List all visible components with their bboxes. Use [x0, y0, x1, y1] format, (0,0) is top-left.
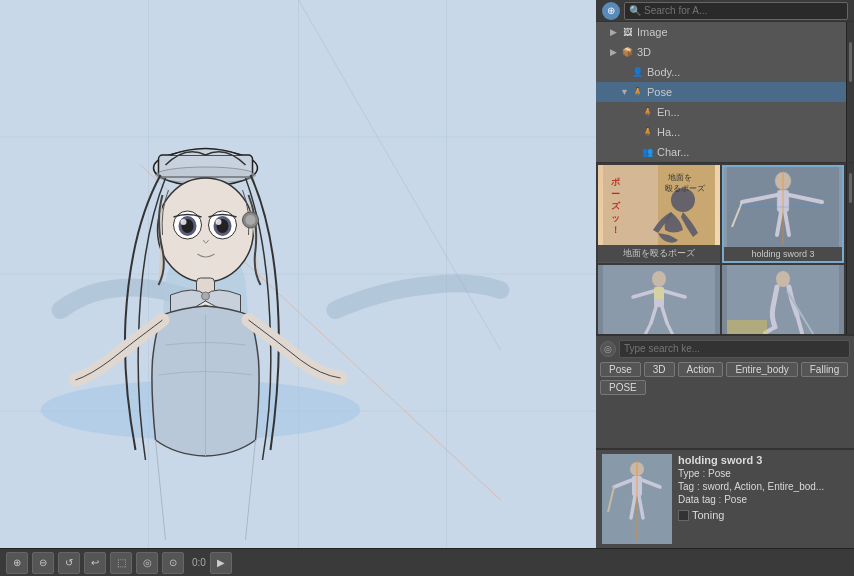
thumb-img-1: ポ ー ズ ッ ！ 地面を 殴るポーズ	[598, 165, 720, 245]
asset-browser-header: ⊕ 🔍	[596, 0, 854, 22]
svg-point-27	[202, 292, 210, 300]
info-type-label: Type	[678, 468, 700, 479]
tag-btn-action[interactable]: Action	[678, 362, 724, 377]
char-icon: 👥	[640, 145, 654, 159]
toolbar-coords: 0:0	[192, 557, 206, 568]
tree-label-image: Image	[637, 26, 668, 38]
tree-label-body: Body...	[647, 66, 680, 78]
tree-arrow-pose: ▼	[620, 87, 630, 97]
thumbnail-item-1[interactable]: ポ ー ズ ッ ！ 地面を 殴るポーズ 地面を殴るポーズ	[598, 165, 720, 263]
thumb-img-4	[722, 265, 844, 335]
thumb-img-3	[598, 265, 720, 335]
svg-point-23	[246, 215, 256, 225]
svg-point-13	[158, 178, 254, 282]
info-details: holding sword 3 Type : Pose Tag : sword,…	[678, 454, 848, 544]
info-thumb	[602, 454, 672, 544]
svg-rect-58	[654, 287, 664, 299]
info-panel: holding sword 3 Type : Pose Tag : sword,…	[596, 449, 854, 548]
info-type-row: Type : Pose	[678, 468, 848, 479]
info-tag-label: Tag	[678, 481, 694, 492]
tree-arrow-3d: ▶	[610, 47, 620, 57]
tag-btn-3d[interactable]: 3D	[644, 362, 675, 377]
tree-item-char[interactable]: 👥 Char...	[596, 142, 846, 162]
tag-scroll-area: Pose 3D Action Entire_body Falling POSE	[600, 362, 850, 444]
en-icon: 🧍	[640, 105, 654, 119]
tag-filter-area: ◎ Pose 3D Action Entire_body Falling POS…	[596, 335, 854, 448]
asset-browser-icon: ⊕	[602, 2, 620, 20]
tree-item-image[interactable]: ▶ 🖼 Image	[596, 22, 846, 42]
thumb-scrollbar[interactable]	[846, 163, 854, 335]
toning-row: Toning	[678, 509, 848, 521]
ha-icon: 🧍	[640, 125, 654, 139]
tree-item-en[interactable]: 🧍 En...	[596, 102, 846, 122]
toning-checkbox[interactable]	[678, 510, 689, 521]
tree-item-3d[interactable]: ▶ 📦 3D	[596, 42, 846, 62]
thumb-label-1: 地面を殴るポーズ	[598, 245, 720, 262]
body-icon: 👤	[630, 65, 644, 79]
tag-btn-entire-body[interactable]: Entire_body	[726, 362, 797, 377]
image-icon: 🖼	[620, 25, 634, 39]
3d-icon: 📦	[620, 45, 634, 59]
svg-text:ポ: ポ	[611, 177, 620, 187]
toolbar-btn-play[interactable]: ▶	[210, 552, 232, 574]
svg-point-50	[652, 271, 666, 287]
svg-point-21	[216, 219, 222, 225]
thumbnail-item-2[interactable]: holding sword 3	[722, 165, 844, 263]
tag-search-input[interactable]	[619, 340, 850, 358]
thumb-label-2: holding sword 3	[724, 247, 842, 261]
filter-icon: ◎	[600, 341, 616, 357]
tree-item-body[interactable]: 👤 Body...	[596, 62, 846, 82]
info-datatag-row: Data tag : Pose	[678, 494, 848, 505]
svg-text:殴るポーズ: 殴るポーズ	[665, 184, 706, 193]
tree-item-pose[interactable]: ▼ 🧍 Pose	[596, 82, 846, 102]
tree-item-ha[interactable]: 🧍 Ha...	[596, 122, 846, 142]
toolbar-btn-6[interactable]: ◎	[136, 552, 158, 574]
tree-label-en: En...	[657, 106, 680, 118]
pose-icon: 🧍	[630, 85, 644, 99]
svg-text:！: ！	[611, 225, 620, 235]
info-type-value: Pose	[708, 468, 731, 479]
search-input[interactable]	[644, 5, 843, 16]
svg-text:ズ: ズ	[611, 201, 621, 211]
search-filter-row: ◎	[600, 340, 850, 358]
toolbar-btn-1[interactable]: ⊕	[6, 552, 28, 574]
canvas-area	[0, 0, 596, 548]
right-panel: ⊕ 🔍 ▶ 🖼 Image ▶ 📦 3D	[596, 0, 854, 548]
tree-label-ha: Ha...	[657, 126, 680, 138]
tree-section: ▶ 🖼 Image ▶ 📦 3D 👤 Body... ▼ 🧍	[596, 22, 854, 162]
toolbar-btn-7[interactable]: ⊙	[162, 552, 184, 574]
tag-btn-falling[interactable]: Falling	[801, 362, 848, 377]
svg-text:ッ: ッ	[611, 213, 620, 223]
svg-text:ー: ー	[611, 189, 620, 199]
thumbnail-item-3[interactable]: 松杖 手用ポーズ	[598, 265, 720, 335]
search-icon: 🔍	[629, 5, 641, 16]
tree-arrow-image: ▶	[610, 27, 620, 37]
svg-point-17	[181, 219, 187, 225]
toolbar-btn-4[interactable]: ↩	[84, 552, 106, 574]
thumbnail-grid: ポ ー ズ ッ ！ 地面を 殴るポーズ 地面を殴るポーズ	[596, 163, 846, 335]
bottom-toolbar: ⊕ ⊖ ↺ ↩ ⬚ ◎ ⊙ 0:0 ▶	[0, 548, 854, 576]
toolbar-btn-2[interactable]: ⊖	[32, 552, 54, 574]
thumbnail-item-4[interactable]: holding sword 3b	[722, 265, 844, 335]
toolbar-btn-3[interactable]: ↺	[58, 552, 80, 574]
info-datatag-label: Data tag	[678, 494, 716, 505]
info-title: holding sword 3	[678, 454, 848, 466]
info-tag-row: Tag : sword, Action, Entire_bod...	[678, 481, 848, 492]
tree-label-3d: 3D	[637, 46, 651, 58]
tag-buttons: Pose 3D Action Entire_body Falling POSE	[600, 362, 850, 395]
toolbar-btn-5[interactable]: ⬚	[110, 552, 132, 574]
tree-label-pose: Pose	[647, 86, 672, 98]
svg-point-60	[776, 271, 790, 287]
info-datatag-value: Pose	[724, 494, 747, 505]
thumb-img-2	[724, 167, 842, 247]
toning-label: Toning	[692, 509, 724, 521]
tree-label-char: Char...	[657, 146, 689, 158]
tree-scrollbar[interactable]	[846, 22, 854, 162]
svg-text:地面を: 地面を	[667, 173, 692, 182]
info-tag-value: sword, Action, Entire_bod...	[702, 481, 824, 492]
tag-btn-pose2[interactable]: POSE	[600, 380, 646, 395]
search-bar[interactable]: 🔍	[624, 2, 848, 20]
thumbnail-area: ポ ー ズ ッ ！ 地面を 殴るポーズ 地面を殴るポーズ	[596, 163, 854, 335]
tag-btn-pose[interactable]: Pose	[600, 362, 641, 377]
svg-rect-64	[727, 320, 767, 335]
